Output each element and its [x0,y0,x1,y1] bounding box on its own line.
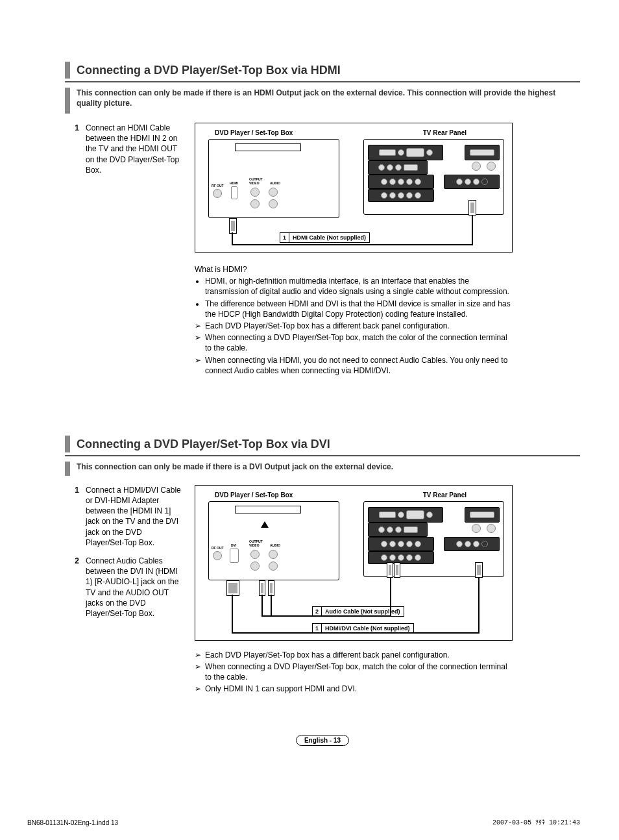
port-icon [381,554,387,561]
port-icon [387,164,393,171]
step: 2 Connect Audio Cables between the DVI I… [71,556,182,619]
arrow-item: ➢When connecting a DVD Player/Set-Top bo… [195,332,513,353]
step-text: Connect a HDMI/DVI Cable or DVI-HDMI Ada… [86,485,182,548]
tv-port-row-1 [368,507,443,523]
dvd-player-box: OUTPUT DVI VIDEO AUDIO RF OUT [208,501,339,580]
tv-port-row-1 [368,145,443,160]
section-heading: Connecting a DVD Player/Set-Top Box via … [65,436,580,456]
arrow-item: ➢When connecting a DVD Player/Set-Top bo… [195,661,513,682]
port-icon [398,541,404,547]
cable-line [232,232,233,244]
cable-line [478,576,479,634]
port-icon [415,541,421,547]
component-row [368,537,434,551]
steps-column: 1 Connect an HDMI Cable between the HDMI… [65,123,182,183]
audio-jack-icon [426,149,433,156]
note-accent-bar [65,462,70,476]
arrow-text: When connecting via HDMI, you do not nee… [205,355,513,376]
disc-slot-icon [235,143,301,151]
bullet-item: The difference between HDMI and DVI is t… [205,299,513,319]
port-icon [389,541,396,547]
port-label: HDMI [230,181,238,186]
video-port-icon [250,550,260,559]
port-icon [389,554,396,561]
av-row [444,175,500,189]
port-icon [465,179,471,185]
explain-block: ➢Each DVD Player/Set-Top box has a diffe… [195,650,513,695]
print-footer-right: 2007-03-05 ｿﾀﾈ 10:21:43 [492,819,580,828]
port-icon [398,192,404,199]
connection-diagram: DVD Player / Set-Top Box TV Rear Panel O… [195,123,513,253]
dvd-player-box: OUTPUT HDMI VIDEO AUDIO RF OUT [208,139,339,218]
rf-port-icon [213,189,222,198]
heading-accent-bar [65,62,70,79]
section-body: 1 Connect a HDMI/DVI Cable or DVI-HDMI A… [65,485,580,696]
port-icon [406,554,413,561]
cable-line [232,244,472,245]
diagram-label-tv: TV Rear Panel [423,129,467,138]
port-label: DVI [231,543,236,548]
dvi-connector-icon [226,580,239,596]
arrow-icon: ➢ [195,355,201,376]
port-icon [465,541,471,547]
port-icon [415,179,421,185]
diagram-label-tv: TV Rear Panel [423,491,467,500]
antenna-ports [472,162,496,173]
cable-text: HDMI/DVI Cable (Not supplied) [322,624,413,633]
section-hdmi: Connecting a DVD Player/Set-Top Box via … [65,62,580,377]
audio-jack-icon [426,512,433,518]
port-label: RF OUT [212,184,224,188]
port-icon [398,179,404,185]
port-icon [389,179,396,185]
bullet-item: HDMI, or high-definition multimedia inte… [205,276,513,297]
rca-connector-icon [394,562,400,578]
port-icon [456,179,463,185]
audio-jack-icon [398,512,404,518]
ant-port-icon [472,162,481,171]
cable-label: 1 HDMI Cable (Not supplied) [280,232,370,243]
explain-block: What is HDMI? HDMI, or high-definition m… [195,264,513,376]
arrow-text: Each DVD Player/Set-Top box has a differ… [205,650,450,660]
arrow-icon: ➢ [195,332,201,353]
section-dvi: Connecting a DVD Player/Set-Top Box via … [65,436,580,696]
diagram-label-player: DVD Player / Set-Top Box [215,129,293,138]
cable-line [232,595,233,632]
arrow-icon: ➢ [195,650,201,660]
step: 1 Connect a HDMI/DVI Cable or DVI-HDMI A… [71,485,182,548]
exlink-port-icon [404,526,418,533]
port-icon [381,192,387,199]
arrow-list: ➢Each DVD Player/Set-Top box has a diffe… [195,321,513,376]
section-note: This connection can only be made if ther… [65,88,580,114]
hdmi-connector-icon [468,200,476,216]
tv-port-row-2 [368,160,428,175]
ant-port-icon [472,524,481,533]
section-heading: Connecting a DVD Player/Set-Top Box via … [65,62,580,82]
step-number: 1 [71,485,79,548]
rf-port-icon [213,551,222,560]
arrow-text: When connecting a DVD Player/Set-Top box… [205,332,513,353]
arrow-item: ➢Each DVD Player/Set-Top box has a diffe… [195,321,513,331]
indicator-icon [261,521,269,528]
tv-port-row-2 [368,523,428,537]
arrow-item: ➢Only HDMI IN 1 can support HDMI and DVI… [195,684,513,694]
arrow-icon: ➢ [195,661,201,682]
step-text: Connect Audio Cables between the DVI IN … [86,556,182,619]
connection-diagram: DVD Player / Set-Top Box TV Rear Panel O… [195,485,513,641]
port-icon [456,541,463,547]
port-icon [395,526,402,533]
cable-line [472,214,473,245]
hdmi-connector-icon [229,218,237,234]
heading-accent-bar [65,436,70,452]
page-number-pill: English - 13 [296,735,349,747]
audio-l-port-icon [269,199,278,208]
arrow-icon: ➢ [195,321,201,331]
port-icon [473,541,479,547]
diagram-column: DVD Player / Set-Top Box TV Rear Panel O… [195,123,580,377]
port-icon [406,192,413,199]
audio-jack-icon [398,149,404,156]
dvi-port-icon [230,549,239,563]
port-label: VIDEO [249,181,260,186]
note-accent-bar [65,88,70,114]
port-label: AUDIO [270,181,280,186]
what-is-hdmi: What is HDMI? [195,264,513,275]
